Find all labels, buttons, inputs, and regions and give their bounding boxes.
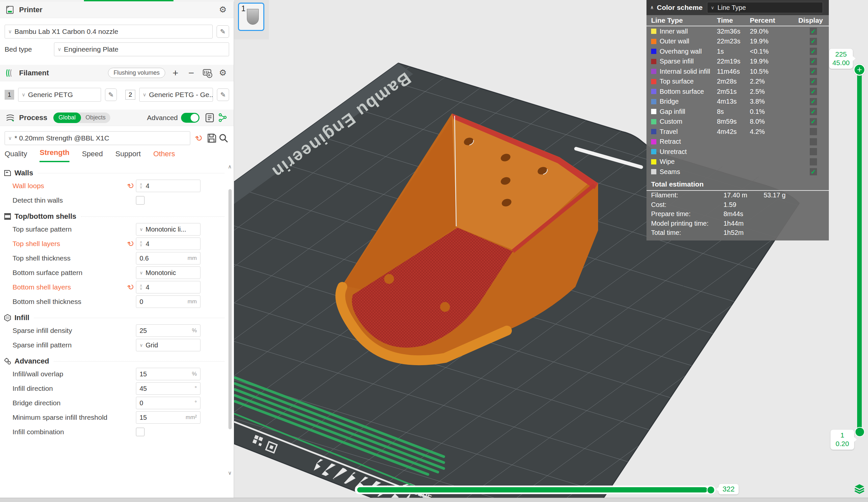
process-scope-toggle[interactable]: Global Objects [53,113,110,123]
process-tabs: Quality Strength Speed Support Others [0,145,234,162]
display-checkbox[interactable]: ✓ [810,158,817,166]
filament-slot2-edit-button[interactable]: ✎ [217,88,229,101]
display-checkbox[interactable]: ✓ [810,78,817,85]
filament-settings-gear-icon[interactable]: ⚙ [217,67,228,79]
tab-strength[interactable]: Strength [40,148,69,162]
sparse-infill-pattern-select[interactable]: ∨ Grid [136,339,200,351]
display-checkbox[interactable]: ✓ [810,138,817,145]
total-estimation-title: Total estimation [647,177,829,190]
display-checkbox[interactable]: ✓ [810,28,817,35]
infill-wall-overlap-unit: % [192,371,197,377]
spinner-arrows-icon[interactable]: ∧∨ [140,241,143,247]
revert-icon[interactable]: ↻ [124,281,137,293]
filament-spool-icon [5,68,15,78]
tab-quality[interactable]: Quality [4,150,27,162]
printer-edit-button[interactable]: ✎ [217,25,229,38]
progress-slider-handle[interactable] [707,486,715,494]
settings-scrollbar[interactable] [228,189,232,429]
process-tree-icon[interactable] [217,112,228,123]
spinner-arrows-icon[interactable]: ∧∨ [140,284,143,290]
scope-global[interactable]: Global [53,113,81,123]
layer-slider-top-handle[interactable]: + [854,64,865,76]
display-checkbox[interactable]: ✓ [810,38,817,45]
scope-objects[interactable]: Objects [81,114,110,121]
display-checkbox[interactable]: ✓ [810,128,817,135]
top-surface-pattern-select[interactable]: ∨ Monotonic li... [136,223,200,236]
color-scheme-select[interactable]: ∨ Line Type [707,2,823,13]
advanced-group-title: Advanced [14,357,49,365]
revert-icon[interactable]: ↻ [124,237,137,250]
infill-wall-overlap-input[interactable]: 15 % [136,368,200,380]
display-checkbox[interactable]: ✓ [810,98,817,105]
settings-scroll-area[interactable]: ∧ Walls Wall loops ↻ ∧∨ 4 Detect thin wa… [0,162,234,478]
bridge-direction-value: 0 [140,399,143,407]
save-preset-icon[interactable] [206,133,217,144]
min-sparse-threshold-input[interactable]: 15 mm² [136,411,200,424]
printer-select[interactable]: ∨ Bambu Lab X1 Carbon 0.4 nozzle [4,25,213,39]
layer-slider-bottom-handle[interactable] [855,427,865,437]
top-shell-layers-input[interactable]: ∧∨ 4 [136,238,200,250]
add-filament-button[interactable]: + [170,67,181,79]
bed-type-select[interactable]: ∨ Engineering Plate [54,42,229,56]
progress-slider-track[interactable] [355,485,716,494]
scroll-up-icon[interactable]: ∧ [228,164,232,170]
layer-bottom-height: 0.20 [831,439,854,448]
advanced-group-header: Advanced [3,357,230,365]
revert-icon[interactable]: ↻ [124,179,137,192]
process-preset-select[interactable]: ∨ * 0.20mm Strength @BBL X1C [4,131,190,145]
infill-combination-checkbox[interactable] [136,428,145,436]
filament-slot2-index[interactable]: 2 [125,90,135,100]
viewport-3d[interactable]: Bambu Engineerin GLUE [234,0,868,502]
display-checkbox[interactable]: ✓ [810,68,817,75]
advanced-toggle-label: Advanced [147,114,178,122]
chevron-down-icon: ∨ [8,29,12,34]
detect-thin-walls-checkbox[interactable] [136,196,145,205]
top-shell-layers-label: Top shell layers [12,240,126,248]
display-checkbox[interactable]: ✓ [810,118,817,125]
sparse-infill-density-label: Sparse infill density [12,326,126,335]
tab-others[interactable]: Others [153,150,175,162]
plate-thumbnail[interactable]: 1 [238,3,264,31]
top-shell-thickness-input[interactable]: 0.6 mm [136,252,200,264]
estimation-cost-row: Cost: 1.59 [647,200,829,210]
bed-type-label: Bed type [4,45,54,53]
ams-sync-icon[interactable] [202,67,213,79]
active-tab-accent [84,0,174,1]
display-checkbox[interactable]: ✓ [810,148,817,155]
tab-speed[interactable]: Speed [82,150,103,162]
infill-direction-input[interactable]: 45 ° [136,382,200,395]
collapse-panel-icon[interactable]: ∧∧ [650,6,654,9]
top-shell-thickness-value: 0.6 [140,255,149,262]
display-checkbox[interactable]: ✓ [810,58,817,65]
advanced-toggle[interactable] [181,113,199,123]
filament-slot1-index[interactable]: 1 [4,90,14,100]
top-shell-thickness-unit: mm [188,255,197,262]
remove-filament-button[interactable]: − [186,67,197,79]
filament-slot2-select[interactable]: ∨ Generic PETG - Ge... [139,88,213,102]
bottom-shell-thickness-input[interactable]: 0 mm [136,295,200,308]
flushing-volumes-button[interactable]: Flushing volumes [108,68,165,78]
printer-settings-gear-icon[interactable]: ⚙ [217,4,228,15]
wall-loops-input[interactable]: ∧∨ 4 [136,180,200,192]
bottom-shell-layers-label: Bottom shell layers [12,283,126,291]
search-icon[interactable] [218,133,229,144]
display-checkbox[interactable]: ✓ [810,108,817,115]
bottom-shell-layers-input[interactable]: ∧∨ 4 [136,281,200,293]
layers-icon[interactable] [853,482,866,495]
swatch [651,29,657,34]
filament-slot1-edit-button[interactable]: ✎ [105,88,117,101]
line-type-row: Top surface2m28s2.2%✓ [647,77,829,87]
display-checkbox[interactable]: ✓ [810,168,817,175]
bottom-surface-pattern-select[interactable]: ∨ Monotonic [136,266,200,279]
layer-slider-track[interactable] [857,69,862,431]
spinner-arrows-icon[interactable]: ∧∨ [140,183,143,189]
bridge-direction-input[interactable]: 0 ° [136,397,200,409]
filament-slot1-select[interactable]: ∨ Generic PETG [18,88,101,102]
scroll-down-icon[interactable]: ∨ [228,470,232,476]
sparse-infill-density-input[interactable]: 25 % [136,324,200,337]
parameter-list-icon[interactable] [204,112,215,123]
display-checkbox[interactable]: ✓ [810,88,817,95]
display-checkbox[interactable]: ✓ [810,48,817,55]
reset-preset-icon[interactable]: ↻ [192,130,207,146]
tab-support[interactable]: Support [115,150,141,162]
